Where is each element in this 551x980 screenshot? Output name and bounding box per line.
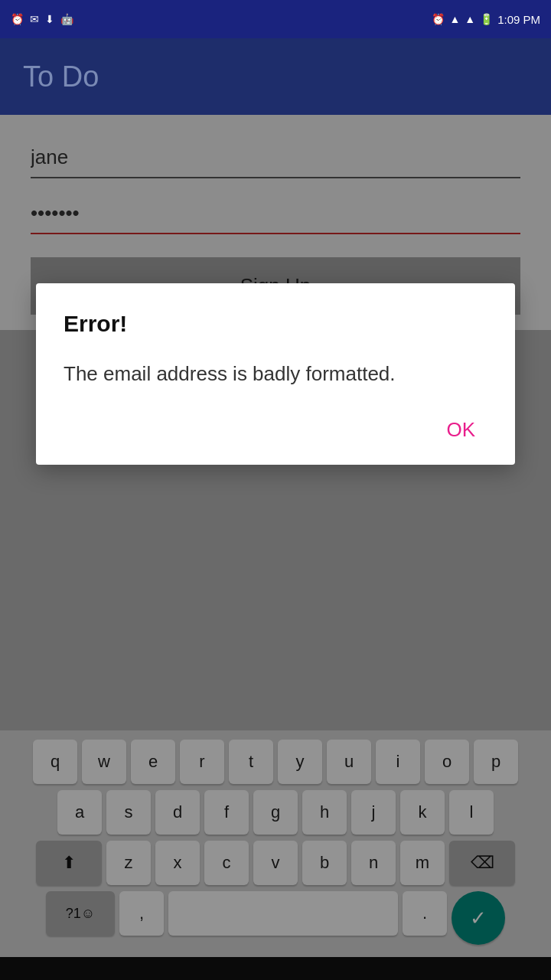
- status-bar-right: ⏰ ▲ ▲ 🔋 1:09 PM: [432, 13, 540, 26]
- dialog-overlay: [0, 115, 551, 980]
- status-time: 1:09 PM: [497, 13, 540, 26]
- signal-icon: ▲: [465, 13, 475, 25]
- dialog-ok-button[interactable]: OK: [434, 410, 487, 449]
- alarm-icon-right: ⏰: [432, 13, 445, 25]
- dialog-actions: OK: [64, 410, 487, 449]
- battery-icon: 🔋: [480, 13, 493, 25]
- dialog-message: The email address is badly formatted.: [64, 360, 487, 387]
- error-dialog: Error! The email address is badly format…: [36, 283, 515, 465]
- gmail-icon: ✉: [30, 13, 39, 25]
- app-bar: To Do: [0, 38, 551, 115]
- app-title: To Do: [23, 60, 99, 93]
- content-wrapper: Sign Up Error! The email address is badl…: [0, 115, 551, 980]
- droid-icon: 🤖: [60, 13, 73, 25]
- dialog-title: Error!: [64, 311, 487, 337]
- download-icon: ⬇: [45, 13, 54, 25]
- wifi-icon: ▲: [449, 13, 460, 25]
- status-bar: ⏰ ✉ ⬇ 🤖 ⏰ ▲ ▲ 🔋 1:09 PM: [0, 0, 551, 38]
- status-bar-left: ⏰ ✉ ⬇ 🤖: [11, 13, 73, 25]
- alarm-icon-left: ⏰: [11, 13, 24, 25]
